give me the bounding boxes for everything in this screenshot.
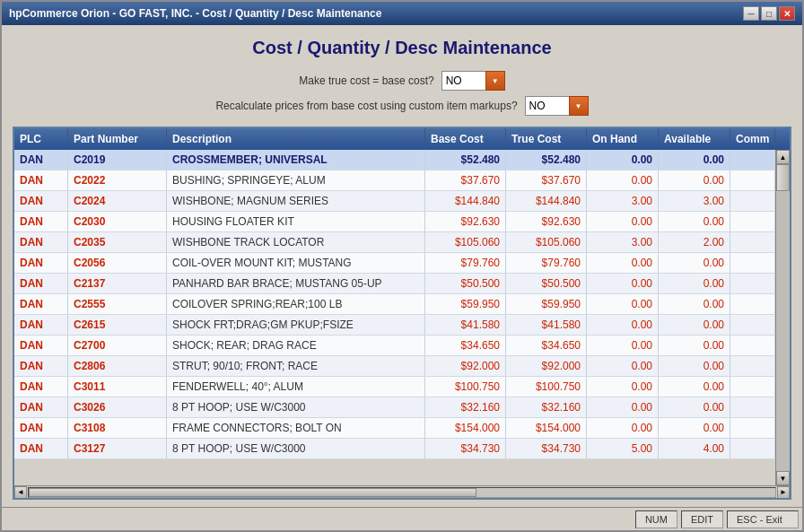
cell-true: $50.500 bbox=[506, 274, 587, 293]
cell-avail: 0.00 bbox=[659, 336, 730, 355]
num-status: NUM bbox=[635, 510, 677, 528]
cell-plc: DAN bbox=[14, 294, 68, 314]
cell-avail: 4.00 bbox=[659, 439, 730, 458]
table-row[interactable]: DAN C3108 FRAME CONNECTORS; BOLT ON $154… bbox=[14, 418, 775, 439]
cell-desc: SHOCK FRT;DRAG;GM PKUP;FSIZE bbox=[167, 315, 425, 335]
cell-desc: STRUT; 90/10; FRONT; RACE bbox=[167, 356, 425, 376]
cell-desc: FENDERWELL; 40°; ALUM bbox=[167, 377, 425, 397]
cell-comm bbox=[730, 150, 775, 170]
cell-true: $154.000 bbox=[506, 418, 587, 438]
cell-desc: WISHBONE TRACK LOCATOR bbox=[167, 232, 425, 252]
cell-avail: 0.00 bbox=[659, 418, 730, 438]
window-title: hpCommerce Orion - GO FAST, INC. - Cost … bbox=[9, 7, 381, 20]
vscroll-track[interactable] bbox=[776, 164, 790, 471]
col-header-onhand: On Hand bbox=[587, 128, 659, 150]
cell-avail: 0.00 bbox=[659, 212, 730, 231]
cell-base: $92.630 bbox=[425, 212, 506, 231]
cell-base: $59.950 bbox=[425, 294, 506, 314]
table-row[interactable]: DAN C2022 BUSHING; SPRINGEYE; ALUM $37.6… bbox=[14, 170, 775, 191]
cell-part: C2022 bbox=[68, 170, 167, 190]
cell-onhand: 0.00 bbox=[587, 418, 659, 438]
hscroll-thumb[interactable] bbox=[29, 488, 476, 497]
col-header-part: Part Number bbox=[68, 128, 167, 150]
cell-plc: DAN bbox=[14, 191, 68, 211]
table-row[interactable]: DAN C2137 PANHARD BAR BRACE; MUSTANG 05-… bbox=[14, 274, 775, 294]
recalc-label: Recalculate prices from base cost using … bbox=[215, 100, 517, 112]
cell-onhand: 0.00 bbox=[587, 253, 659, 273]
table-row[interactable]: DAN C2806 STRUT; 90/10; FRONT; RACE $92.… bbox=[14, 356, 775, 377]
cell-desc: 8 PT HOOP; USE W/C3000 bbox=[167, 439, 425, 458]
table-row[interactable]: DAN C2019 CROSSMEMBER; UNIVERSAL $52.480… bbox=[14, 150, 775, 170]
cell-onhand: 0.00 bbox=[587, 336, 659, 355]
cell-comm bbox=[730, 170, 775, 190]
cell-part: C2137 bbox=[68, 274, 167, 293]
cell-true: $92.630 bbox=[506, 212, 587, 231]
make-true-input[interactable] bbox=[441, 71, 486, 91]
horizontal-scrollbar[interactable]: ◄ ► bbox=[14, 485, 790, 498]
cell-base: $144.840 bbox=[425, 191, 506, 211]
close-button[interactable]: ✕ bbox=[779, 6, 795, 21]
recalc-input[interactable] bbox=[525, 96, 570, 116]
cell-desc: FRAME CONNECTORS; BOLT ON bbox=[167, 418, 425, 438]
table-row[interactable]: DAN C2030 HOUSING FLOATER KIT $92.630 $9… bbox=[14, 212, 775, 232]
cell-onhand: 0.00 bbox=[587, 150, 659, 170]
make-true-btn[interactable] bbox=[485, 71, 505, 91]
cell-part: C3127 bbox=[68, 439, 167, 458]
cell-plc: DAN bbox=[14, 418, 68, 438]
cell-avail: 0.00 bbox=[659, 274, 730, 293]
cell-plc: DAN bbox=[14, 170, 68, 190]
vscroll-up-button[interactable]: ▲ bbox=[776, 150, 790, 164]
cell-part: C3026 bbox=[68, 397, 167, 417]
table-row[interactable]: DAN C3011 FENDERWELL; 40°; ALUM $100.750… bbox=[14, 377, 775, 397]
cell-base: $34.650 bbox=[425, 336, 506, 355]
table-row[interactable]: DAN C3026 8 PT HOOP; USE W/C3000 $32.160… bbox=[14, 397, 775, 418]
main-window: hpCommerce Orion - GO FAST, INC. - Cost … bbox=[0, 0, 804, 532]
cell-comm bbox=[730, 232, 775, 252]
cell-onhand: 0.00 bbox=[587, 274, 659, 293]
table-row[interactable]: DAN C2056 COIL-OVER MOUNT KIT; MUSTANG $… bbox=[14, 253, 775, 274]
table-row[interactable]: DAN C3127 8 PT HOOP; USE W/C3000 $34.730… bbox=[14, 439, 775, 459]
recalc-dropdown[interactable] bbox=[525, 96, 589, 116]
minimize-button[interactable]: ─ bbox=[743, 6, 759, 21]
cell-comm bbox=[730, 315, 775, 335]
form-section: Make true cost = base cost? Recalculate … bbox=[13, 71, 791, 116]
esc-status[interactable]: ESC - Exit bbox=[727, 510, 799, 528]
hscroll-track[interactable] bbox=[28, 487, 776, 498]
make-true-dropdown[interactable] bbox=[441, 71, 505, 91]
recalc-btn[interactable] bbox=[569, 96, 589, 116]
col-header-base: Base Cost bbox=[425, 128, 506, 150]
table-row[interactable]: DAN C2700 SHOCK; REAR; DRAG RACE $34.650… bbox=[14, 336, 775, 356]
cell-onhand: 0.00 bbox=[587, 315, 659, 335]
cell-base: $37.670 bbox=[425, 170, 506, 190]
table-body[interactable]: DAN C2019 CROSSMEMBER; UNIVERSAL $52.480… bbox=[14, 150, 775, 485]
cell-part: C2024 bbox=[68, 191, 167, 211]
hscroll-right-button[interactable]: ► bbox=[777, 486, 790, 499]
table-row[interactable]: DAN C2615 SHOCK FRT;DRAG;GM PKUP;FSIZE $… bbox=[14, 315, 775, 336]
table-row[interactable]: DAN C2555 COILOVER SPRING;REAR;100 LB $5… bbox=[14, 294, 775, 315]
vertical-scrollbar[interactable]: ▲ ▼ bbox=[775, 150, 790, 485]
edit-status: EDIT bbox=[681, 510, 723, 528]
cell-avail: 0.00 bbox=[659, 356, 730, 376]
maximize-button[interactable]: □ bbox=[761, 6, 777, 21]
cell-base: $100.750 bbox=[425, 377, 506, 397]
cell-avail: 0.00 bbox=[659, 253, 730, 273]
cell-base: $34.730 bbox=[425, 439, 506, 458]
cell-avail: 0.00 bbox=[659, 397, 730, 417]
title-controls: ─ □ ✕ bbox=[743, 6, 795, 21]
cell-onhand: 5.00 bbox=[587, 439, 659, 458]
cell-plc: DAN bbox=[14, 253, 68, 273]
cell-plc: DAN bbox=[14, 232, 68, 252]
cell-comm bbox=[730, 212, 775, 231]
cell-comm bbox=[730, 439, 775, 458]
table-row[interactable]: DAN C2024 WISHBONE; MAGNUM SERIES $144.8… bbox=[14, 191, 775, 212]
cell-avail: 0.00 bbox=[659, 294, 730, 314]
vscroll-down-button[interactable]: ▼ bbox=[776, 471, 790, 485]
table-with-vscroll: DAN C2019 CROSSMEMBER; UNIVERSAL $52.480… bbox=[14, 150, 790, 485]
table-row[interactable]: DAN C2035 WISHBONE TRACK LOCATOR $105.06… bbox=[14, 232, 775, 253]
hscroll-left-button[interactable]: ◄ bbox=[14, 486, 27, 499]
cell-avail: 0.00 bbox=[659, 315, 730, 335]
cell-avail: 2.00 bbox=[659, 232, 730, 252]
vscroll-thumb[interactable] bbox=[776, 164, 790, 191]
col-header-true: True Cost bbox=[506, 128, 587, 150]
cell-onhand: 0.00 bbox=[587, 170, 659, 190]
